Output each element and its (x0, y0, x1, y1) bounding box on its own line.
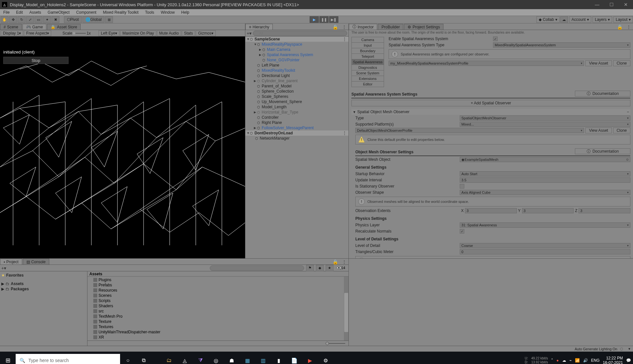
tab-console[interactable]: ▤ Console (23, 259, 49, 265)
sidetab-spatial-awareness[interactable]: Spatial Awareness (351, 59, 384, 65)
tray-volume-icon[interactable]: 🔊 (583, 358, 588, 363)
tab-inspector[interactable]: ⓘ Inspector (349, 24, 377, 30)
hierarchy-item[interactable]: ⬡MixedRealityToolkit (245, 68, 348, 73)
menu-file[interactable]: File (0, 10, 13, 15)
extent-x[interactable]: 3 (465, 208, 517, 213)
packages-node[interactable]: Packages (11, 287, 29, 291)
app6-icon[interactable]: ⚙ (318, 352, 333, 364)
cloud-icon[interactable]: ☁ (560, 16, 568, 23)
minimize-button[interactable]: — (590, 0, 604, 9)
hierarchy-item[interactable]: ⬡None_GGVPointer (245, 57, 348, 63)
tri-field[interactable]: 0 (460, 249, 630, 254)
visualstudio-icon[interactable]: ⧩ (193, 352, 208, 364)
global-toggle[interactable]: 🌐 Global (83, 16, 105, 23)
platforms-dropdown[interactable]: Mixed...▾ (460, 122, 630, 127)
project-lock-icon[interactable]: 🔒 (331, 259, 340, 265)
hierarchy-item[interactable]: ⬡Right Plane (245, 120, 348, 125)
create-dropdown-icon[interactable]: +▾ (247, 31, 252, 36)
tab-hierarchy[interactable]: ≡ Hierarchy (245, 24, 273, 30)
layers-dropdown[interactable]: Layers ▾ (593, 16, 612, 23)
folder-item[interactable]: src (87, 309, 348, 314)
folder-item[interactable]: XR (87, 335, 348, 340)
hierarchy-item[interactable]: ▶⬡Horizontal_Bar_Type (245, 110, 348, 115)
snap-toggle-icon[interactable]: ⊞ (105, 16, 113, 23)
sidetab-boundary[interactable]: Boundary (351, 48, 384, 54)
play-button[interactable]: ▶ (310, 16, 319, 23)
menu-window[interactable]: Window (158, 10, 178, 15)
pivot-toggle[interactable]: ⬡ Pivot (64, 16, 82, 23)
aspect-dropdown[interactable]: Free Aspect ▾ (24, 30, 51, 36)
hierarchy-item[interactable]: ⬡Up_Movement_Sphere (245, 99, 348, 104)
app3-icon[interactable]: ▥ (255, 352, 271, 364)
scene-root2[interactable]: DontDestroyOnLoad (255, 131, 293, 135)
documentation-button[interactable]: ⓘDocumentation (575, 91, 630, 97)
inspector-menu-icon[interactable]: ⋮ (625, 24, 633, 30)
hierarchy-item[interactable]: ▶⬡Cylinder_line_parent (245, 78, 348, 83)
stats-toggle[interactable]: Stats (182, 30, 195, 36)
clone-button[interactable]: Clone (613, 60, 630, 66)
tray-clock[interactable]: 12:22 PM 16-07-2021 (603, 356, 623, 364)
collab-dropdown[interactable]: ◆ Collab ▾ (536, 16, 560, 23)
recalc-checkbox[interactable]: ✓ (460, 229, 464, 234)
account-dropdown[interactable]: Account ▾ (569, 16, 591, 23)
scene-menu2-icon[interactable]: ⋮ (343, 131, 348, 135)
menu-gameobject[interactable]: GameObject (44, 10, 73, 15)
shape-dropdown[interactable]: Axis Aligned Cube▾ (460, 190, 630, 195)
filter-icon[interactable]: ⚑ (306, 265, 314, 271)
gizmos-dropdown[interactable]: Gizmos ▾ (196, 30, 216, 36)
hierarchy-item[interactable]: ⬡Left Plane (245, 63, 348, 68)
project-tree[interactable]: ★Favorites ▶🗀Assets ▶🗀Packages (0, 271, 87, 346)
sa-type-dropdown[interactable]: MixedRealitySpatialAwarenessSystem▾ (493, 42, 630, 48)
app-icon[interactable]: ☗ (224, 352, 239, 364)
profile2-field[interactable]: DefaultObjectMeshObserverProfile▾ (355, 128, 584, 133)
move-tool-icon[interactable]: ✥ (9, 16, 17, 23)
chrome-icon[interactable]: ◎ (208, 352, 224, 364)
tab-probuilder[interactable]: ProBuilder (378, 24, 403, 30)
unity-icon[interactable]: ◬ (177, 352, 193, 364)
maximize-button[interactable]: ☐ (604, 0, 619, 9)
hand-tool-icon[interactable]: ✋ (1, 16, 8, 23)
folder-item[interactable]: Plugins (87, 277, 348, 282)
menu-help[interactable]: Help (178, 10, 193, 15)
hierarchy-item[interactable]: ⬡Sphere_Collection (245, 89, 348, 94)
physics-layer-dropdown[interactable]: 31: Spatial Awareness▾ (460, 222, 630, 228)
project-menu-icon[interactable]: ⋮ (340, 259, 348, 265)
app2-icon[interactable]: ▦ (239, 352, 255, 364)
folder-item[interactable]: Resources (87, 288, 348, 293)
rotate-tool-icon[interactable]: ↻ (18, 16, 25, 23)
lod-dropdown[interactable]: Coarse▾ (460, 243, 630, 248)
sidetab-camera[interactable]: Camera (351, 37, 384, 43)
eye-dropdown[interactable]: Left Eye ▾ (99, 30, 119, 36)
tab-scene[interactable]: # Scene (0, 24, 22, 30)
tray-bluetooth-icon[interactable]: ⌁ (569, 358, 572, 363)
notifications-icon[interactable]: 💬 (626, 358, 631, 363)
assets-node[interactable]: Assets (11, 281, 23, 286)
hierarchy-item[interactable]: ⬡Model_Length (245, 104, 348, 110)
maximize-on-play[interactable]: Maximize On Play (120, 30, 156, 36)
status-menu-icon[interactable]: ▾ (626, 347, 633, 351)
view-asset-button[interactable]: View Asset (585, 60, 611, 66)
smo-field[interactable]: ◉ ExampleSpatialMesh⊙ (460, 157, 630, 162)
scale-tool-icon[interactable]: ⤢ (26, 16, 34, 23)
game-viewport[interactable]: initialized (client) Stop (0, 37, 245, 258)
hierarchy-item[interactable]: ⬡Directional Light (245, 73, 348, 78)
tray-onedrive-icon[interactable]: ☁ (562, 358, 566, 363)
stationary-checkbox[interactable] (460, 184, 464, 189)
start-button[interactable]: ⊞ (0, 352, 16, 364)
add-observer-button[interactable]: + Add Spatial Observer (351, 100, 630, 106)
startup-dropdown[interactable]: Auto Start▾ (460, 171, 630, 176)
enable-sa-checkbox[interactable]: ✓ (493, 37, 498, 41)
menu-mrtk[interactable]: Mixed Reality Toolkit (100, 10, 142, 15)
folder-item[interactable]: Prefabs (87, 282, 348, 288)
menu-assets[interactable]: Assets (26, 10, 44, 15)
tray-lang[interactable]: ENG (591, 358, 600, 363)
rect-tool-icon[interactable]: ▭ (35, 16, 42, 23)
menu-edit[interactable]: Edit (13, 10, 26, 15)
sidetab-editor[interactable]: Editor (351, 81, 384, 87)
mute-audio[interactable]: Mute Audio (157, 30, 181, 36)
custom-tool-icon[interactable]: ✖ (52, 16, 59, 23)
extent-z[interactable]: 3 (579, 208, 630, 213)
update-interval-field[interactable]: 3.5 (460, 177, 630, 183)
hierarchy-item[interactable]: ▶⬡FollowSolver_MessageParent (245, 125, 348, 130)
hierarchy-item[interactable]: ▶⬡Spatial Awareness System (245, 52, 348, 57)
